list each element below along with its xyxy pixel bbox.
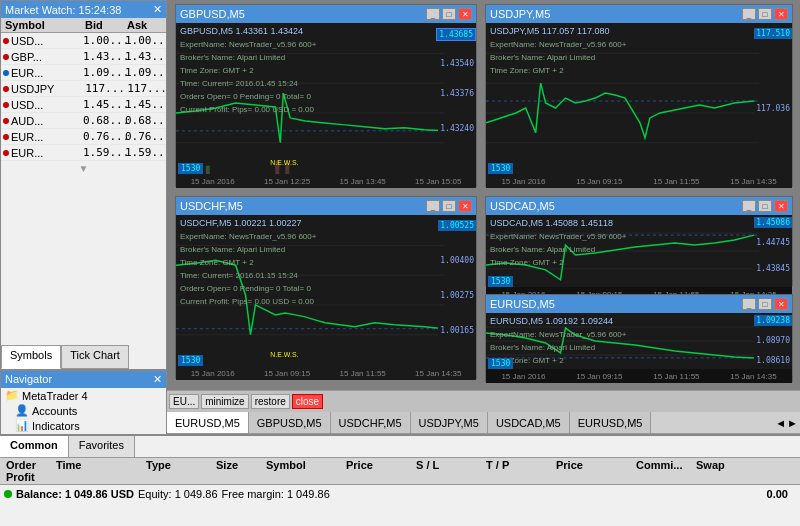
nav-item-metatrader[interactable]: 📁 MetaTrader 4	[1, 388, 166, 403]
bottom-toolbar: EU... minimize restore close	[167, 390, 800, 412]
tab-scroll-left[interactable]: ◄	[775, 417, 786, 429]
status-dot	[3, 134, 9, 140]
price-label-2: 1.08970	[754, 335, 792, 346]
chart-eurusd-body[interactable]: EURUSD,M5 1.09192 1.09244 ExpertName: Ne…	[486, 313, 792, 369]
chart-eurusd-timebar: 15 Jan 2016 15 Jan 09:15 15 Jan 11:55 15…	[486, 369, 792, 383]
tb-close[interactable]: close	[292, 394, 323, 409]
status-dot	[3, 86, 9, 92]
market-watch-tabs: Symbols Tick Chart	[1, 345, 168, 369]
navigator-title: Navigator ✕	[1, 371, 166, 388]
chart-usdcad-controls: _ □ ✕	[742, 200, 788, 212]
chart-gbpusd-controls: _ □ ✕	[426, 8, 472, 20]
list-item[interactable]: USD... 1.45... 1.45...	[1, 97, 166, 113]
price-label-1: 1.00525	[438, 220, 476, 231]
status-dot	[3, 38, 9, 44]
period-badge: 1530	[178, 163, 203, 174]
list-item[interactable]: GBP... 1.43... 1.43...	[1, 49, 166, 65]
tab-usdjpy-m5[interactable]: USDJPY,M5	[411, 412, 488, 433]
close-button[interactable]: ✕	[458, 200, 472, 212]
minimize-button[interactable]: _	[742, 298, 756, 310]
profit-value: 0.00	[767, 488, 788, 500]
order-table-header: Order Time Type Size Symbol Price S / L …	[0, 458, 800, 485]
chart-gbpusd-info: GBPUSD,M5 1.43361 1.43424 ExpertName: Ne…	[180, 25, 316, 116]
chart-gbpusd-body[interactable]: N.E.W.S. GBPUSD,M5 1.43361 1.43424 Exper…	[176, 23, 476, 188]
eu-button[interactable]: EU...	[169, 394, 199, 409]
chart-usdjpy-body[interactable]: USDJPY,M5 117.057 117.080 ExpertName: Ne…	[486, 23, 792, 188]
restore-button[interactable]: □	[442, 200, 456, 212]
period-badge: 1530	[488, 276, 513, 287]
tab-eurusd-m5-1[interactable]: EURUSD,M5	[167, 412, 249, 433]
chart-gbpusd: GBPUSD,M5 _ □ ✕	[175, 4, 477, 187]
scroll-indicator: ▼	[1, 161, 166, 176]
close-button[interactable]: ✕	[774, 200, 788, 212]
navigator-close[interactable]: ✕	[153, 373, 162, 386]
restore-button[interactable]: □	[758, 200, 772, 212]
minimize-button[interactable]: _	[426, 200, 440, 212]
list-item[interactable]: AUD... 0.68... 0.68...	[1, 113, 166, 129]
chart-usdchf-info: USDCHF,M5 1.00221 1.00227 ExpertName: Ne…	[180, 217, 316, 308]
market-watch-panel: Market Watch: 15:24:38 ✕ Symbol Bid Ask …	[0, 0, 167, 370]
chart-usdchf-body[interactable]: N.E.W.S. USDCHF,M5 1.00221 1.00227 Exper…	[176, 215, 476, 380]
price-label-3: 1.00275	[438, 290, 476, 301]
chart-usdjpy-timebar: 15 Jan 2016 15 Jan 09:15 15 Jan 11:55 15…	[486, 174, 792, 188]
svg-text:N.E.W.S.: N.E.W.S.	[270, 351, 298, 358]
status-dot	[3, 54, 9, 60]
chart-usdchf-titlebar: USDCHF,M5 _ □ ✕	[176, 197, 476, 215]
price-label-2: 1.00400	[438, 255, 476, 266]
market-watch-title: Market Watch: 15:24:38 ✕	[1, 1, 166, 18]
price-label-1: 1.43685	[436, 28, 476, 41]
minimize-button[interactable]: _	[742, 200, 756, 212]
nav-item-accounts[interactable]: 👤 Accounts	[1, 403, 166, 418]
chart-usdcad-info: USDCAD,M5 1.45088 1.45118 ExpertName: Ne…	[490, 217, 626, 269]
restore-button[interactable]: □	[758, 8, 772, 20]
tab-scroll-right[interactable]: ►	[787, 417, 798, 429]
chart-usdjpy-controls: _ □ ✕	[742, 8, 788, 20]
price-label-2: 1.44745	[754, 237, 792, 248]
list-item[interactable]: EUR... 1.59... 1.59...	[1, 145, 166, 161]
chart-eurusd: EURUSD,M5 _ □ ✕ EURUSD,M5 1.09192 1.0924…	[485, 294, 793, 382]
market-watch-header: Symbol Bid Ask	[1, 18, 166, 33]
list-item[interactable]: USDJPY 117... 117...	[1, 81, 166, 97]
chart-usdcad: USDCAD,M5 _ □ ✕ USDCAD,M5 1.45088 1.4511…	[485, 196, 793, 286]
tb-restore[interactable]: restore	[251, 394, 290, 409]
folder-icon: 📁	[5, 389, 19, 402]
tab-eurusd-m5-2[interactable]: EURUSD,M5	[570, 412, 652, 433]
status-dot	[3, 70, 9, 76]
close-button[interactable]: ✕	[774, 8, 788, 20]
chart-gbpusd-titlebar: GBPUSD,M5 _ □ ✕	[176, 5, 476, 23]
tab-common[interactable]: Common	[0, 436, 69, 457]
close-button[interactable]: ✕	[774, 298, 788, 310]
price-label-3: 1.08610	[754, 355, 792, 366]
indicator-icon: 📊	[15, 419, 29, 432]
chart-usdcad-body[interactable]: USDCAD,M5 1.45088 1.45118 ExpertName: Ne…	[486, 215, 792, 287]
period-badge: 1530	[488, 358, 513, 369]
chart-eurusd-titlebar: EURUSD,M5 _ □ ✕	[486, 295, 792, 313]
nav-item-indicators[interactable]: 📊 Indicators	[1, 418, 166, 433]
tb-minimize[interactable]: minimize	[201, 394, 248, 409]
tab-symbols[interactable]: Symbols	[1, 345, 61, 369]
tab-usdchf-m5[interactable]: USDCHF,M5	[331, 412, 411, 433]
restore-button[interactable]: □	[758, 298, 772, 310]
tab-favorites[interactable]: Favorites	[69, 436, 135, 457]
price-label-2: 117.036	[754, 103, 792, 114]
restore-button[interactable]: □	[442, 8, 456, 20]
list-item[interactable]: EUR... 1.09... 1.09...	[1, 65, 166, 81]
status-dot	[3, 118, 9, 124]
list-item[interactable]: USD... 1.00... 1.00...	[1, 33, 166, 49]
list-item[interactable]: EUR... 0.76... 0.76...	[1, 129, 166, 145]
minimize-button[interactable]: _	[426, 8, 440, 20]
tab-gbpusd-m5[interactable]: GBPUSD,M5	[249, 412, 331, 433]
price-label-1: 117.510	[754, 28, 792, 39]
account-icon: 👤	[15, 404, 29, 417]
minimize-button[interactable]: _	[742, 8, 756, 20]
balance-row: Balance: 1 049.86 USD Equity: 1 049.86 F…	[0, 485, 800, 503]
tab-scroll-arrows: ◄ ►	[773, 417, 800, 429]
close-button[interactable]: ✕	[458, 8, 472, 20]
order-panel: Common Favorites Order Time Type Size Sy…	[0, 434, 800, 526]
balance-dot	[4, 490, 12, 498]
chart-gbpusd-timebar: 15 Jan 2016 15 Jan 12:25 15 Jan 13:45 15…	[176, 174, 476, 188]
tab-tick-chart[interactable]: Tick Chart	[61, 345, 129, 369]
tab-usdcad-m5[interactable]: USDCAD,M5	[488, 412, 570, 433]
price-label-3: 1.43376	[438, 88, 476, 99]
market-watch-close[interactable]: ✕	[153, 3, 162, 16]
